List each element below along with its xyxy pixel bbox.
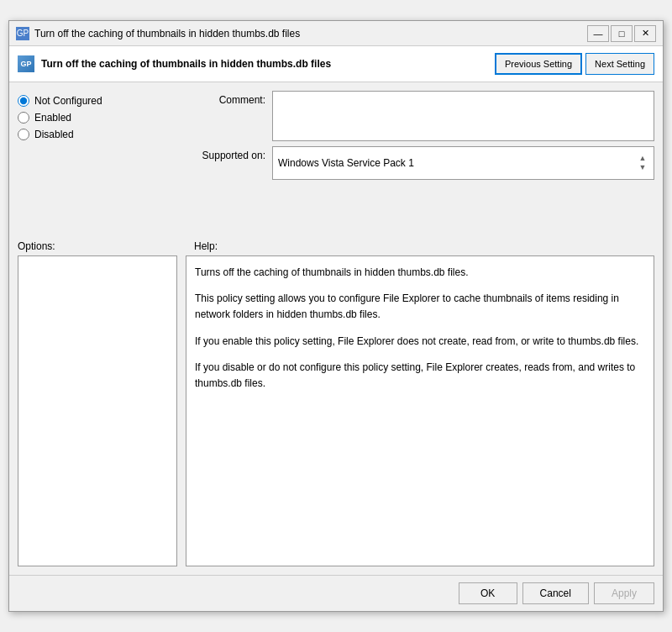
help-para-2: This policy setting allows you to config… xyxy=(195,291,645,323)
supported-row: Supported on: Windows Vista Service Pack… xyxy=(194,146,654,180)
radio-disabled-label: Disabled xyxy=(34,129,74,140)
header-row: GP Turn off the caching of thumbnails in… xyxy=(9,46,663,82)
cancel-button[interactable]: Cancel xyxy=(522,582,589,604)
comment-textarea[interactable] xyxy=(272,91,654,141)
radio-not-configured[interactable]: Not Configured xyxy=(18,95,186,107)
help-section-label: Help: xyxy=(186,240,654,252)
title-bar-left: GP Turn off the caching of thumbnails in… xyxy=(16,27,300,40)
scroll-indicator: ▲ ▼ xyxy=(637,155,648,171)
options-section-label: Options: xyxy=(18,240,186,252)
options-panel xyxy=(18,255,177,566)
comment-label: Comment: xyxy=(194,91,265,106)
content-area: Not Configured Enabled Disabled Comment: xyxy=(9,82,663,575)
comment-row: Comment: xyxy=(194,91,654,141)
left-panel: Not Configured Enabled Disabled xyxy=(18,91,186,234)
radio-disabled[interactable]: Disabled xyxy=(18,129,186,140)
supported-box: Windows Vista Service Pack 1 ▲ ▼ xyxy=(272,146,654,180)
radio-not-configured-input[interactable] xyxy=(18,95,29,107)
header-title: GP Turn off the caching of thumbnails in… xyxy=(18,55,495,72)
supported-label: Supported on: xyxy=(194,146,265,161)
window-title: Turn off the caching of thumbnails in hi… xyxy=(34,28,300,40)
apply-button[interactable]: Apply xyxy=(594,582,654,604)
help-para-3: If you enable this policy setting, File … xyxy=(195,334,645,350)
scroll-up-icon: ▲ xyxy=(639,155,647,162)
minimize-button[interactable]: — xyxy=(587,25,609,42)
header-buttons: Previous Setting Next Setting xyxy=(495,53,654,75)
header-icon: GP xyxy=(18,55,34,72)
top-section: Not Configured Enabled Disabled Comment: xyxy=(9,82,663,234)
radio-enabled[interactable]: Enabled xyxy=(18,112,186,124)
radio-enabled-label: Enabled xyxy=(34,112,71,124)
footer: OK Cancel Apply xyxy=(9,575,663,611)
radio-disabled-input[interactable] xyxy=(18,129,29,140)
help-para-4: If you disable or do not configure this … xyxy=(195,360,645,392)
title-bar-controls: — □ ✕ xyxy=(587,25,656,42)
close-button[interactable]: ✕ xyxy=(634,25,656,42)
right-panel: Comment: Supported on: Windows Vista Ser… xyxy=(194,91,654,234)
supported-value: Windows Vista Service Pack 1 xyxy=(278,157,414,169)
title-bar: GP Turn off the caching of thumbnails in… xyxy=(9,21,663,46)
bottom-panels: Turns off the caching of thumbnails in h… xyxy=(9,252,663,575)
radio-enabled-input[interactable] xyxy=(18,112,29,124)
main-window: GP Turn off the caching of thumbnails in… xyxy=(8,20,664,612)
window-icon: GP xyxy=(16,27,29,40)
divider-section: Options: Help: xyxy=(9,234,663,252)
previous-setting-button[interactable]: Previous Setting xyxy=(495,53,582,75)
help-para-1: Turns off the caching of thumbnails in h… xyxy=(195,265,645,281)
maximize-button[interactable]: □ xyxy=(611,25,633,42)
section-labels: Options: Help: xyxy=(18,240,654,252)
next-setting-button[interactable]: Next Setting xyxy=(585,53,654,75)
header-title-text: Turn off the caching of thumbnails in hi… xyxy=(41,58,331,70)
radio-not-configured-label: Not Configured xyxy=(34,95,102,107)
help-panel: Turns off the caching of thumbnails in h… xyxy=(186,255,654,566)
scroll-down-icon: ▼ xyxy=(639,164,647,171)
ok-button[interactable]: OK xyxy=(459,582,517,604)
radio-group: Not Configured Enabled Disabled xyxy=(18,95,186,140)
